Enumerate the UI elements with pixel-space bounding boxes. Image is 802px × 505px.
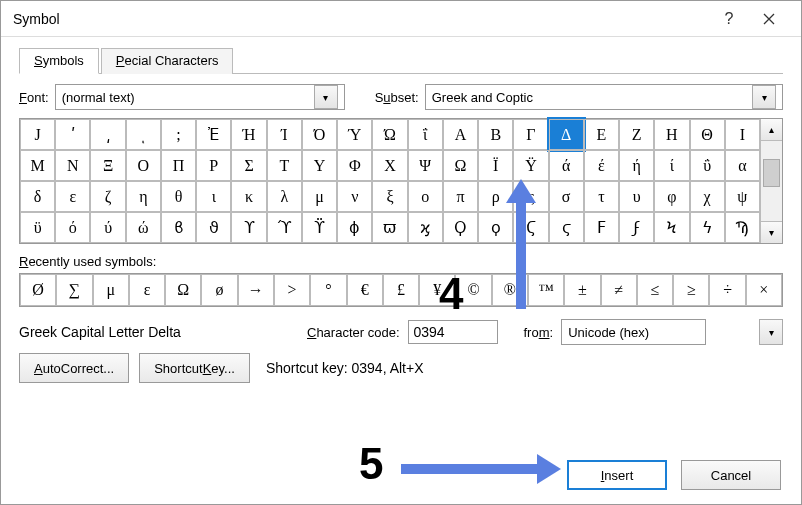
symbol-cell[interactable]: Π — [161, 150, 196, 181]
symbol-cell[interactable]: ͺ — [126, 119, 161, 150]
subset-select[interactable]: Greek and Coptic ▾ — [425, 84, 783, 110]
recent-symbol-cell[interactable]: ™ — [528, 274, 564, 306]
symbol-cell[interactable]: ϕ — [337, 212, 372, 243]
symbol-cell[interactable]: ε — [55, 181, 90, 212]
scroll-up-button[interactable]: ▴ — [761, 119, 782, 141]
symbol-cell[interactable]: έ — [584, 150, 619, 181]
recent-symbol-cell[interactable]: ° — [310, 274, 346, 306]
symbol-cell[interactable]: J — [20, 119, 55, 150]
symbol-cell[interactable]: Ϙ — [443, 212, 478, 243]
symbol-cell[interactable]: ϒ — [231, 212, 266, 243]
symbol-cell[interactable]: υ — [619, 181, 654, 212]
symbol-cell[interactable]: λ — [267, 181, 302, 212]
symbol-cell[interactable]: ψ — [725, 181, 760, 212]
symbol-cell[interactable]: φ — [654, 181, 689, 212]
subset-select-dropdown[interactable]: ▾ — [752, 85, 776, 109]
symbol-cell[interactable]: η — [126, 181, 161, 212]
symbol-cell[interactable]: μ — [302, 181, 337, 212]
recent-symbols-row[interactable]: Ø∑μεΩø→>°€£¥©®™±≠≤≥÷× — [19, 273, 783, 307]
symbol-cell[interactable]: Τ — [267, 150, 302, 181]
recent-symbol-cell[interactable]: ± — [564, 274, 600, 306]
symbol-cell[interactable]: Ώ — [372, 119, 407, 150]
symbol-cell[interactable]: Ή — [231, 119, 266, 150]
autocorrect-button[interactable]: AutoCorrect... — [19, 353, 129, 383]
symbol-cell[interactable]: ξ — [372, 181, 407, 212]
symbol-cell[interactable]: ϗ — [408, 212, 443, 243]
recent-symbol-cell[interactable]: ø — [201, 274, 237, 306]
cancel-button[interactable]: Cancel — [681, 460, 781, 490]
symbol-cell[interactable]: Χ — [372, 150, 407, 181]
recent-symbol-cell[interactable]: © — [455, 274, 491, 306]
symbol-cell[interactable]: Φ — [337, 150, 372, 181]
recent-symbol-cell[interactable]: Ø — [20, 274, 56, 306]
symbol-cell[interactable]: Ο — [126, 150, 161, 181]
symbol-cell[interactable]: Θ — [690, 119, 725, 150]
tab-symbols[interactable]: Symbols — [19, 48, 99, 74]
grid-scrollbar[interactable]: ▴ ▾ — [760, 119, 782, 243]
symbol-cell[interactable]: Ϟ — [654, 212, 689, 243]
symbol-cell[interactable]: Ρ — [196, 150, 231, 181]
from-select-dropdown[interactable]: ▾ — [759, 319, 783, 345]
recent-symbol-cell[interactable]: € — [347, 274, 383, 306]
symbol-cell[interactable]: Β — [478, 119, 513, 150]
symbol-cell[interactable]: ϑ — [196, 212, 231, 243]
insert-button[interactable]: Insert — [567, 460, 667, 490]
recent-symbol-cell[interactable]: > — [274, 274, 310, 306]
symbol-cell[interactable]: Η — [654, 119, 689, 150]
symbol-cell[interactable]: Ϝ — [584, 212, 619, 243]
symbol-cell[interactable]: Ύ — [337, 119, 372, 150]
scroll-thumb[interactable] — [763, 159, 780, 187]
symbol-cell[interactable]: Μ — [20, 150, 55, 181]
symbol-cell[interactable]: ά — [549, 150, 584, 181]
symbol-cell[interactable]: ͵ — [90, 119, 125, 150]
from-select[interactable]: Unicode (hex) — [561, 319, 706, 345]
symbol-cell[interactable]: ώ — [126, 212, 161, 243]
symbol-cell[interactable]: Ἐ — [196, 119, 231, 150]
symbol-cell[interactable]: Ω — [443, 150, 478, 181]
close-button[interactable] — [749, 5, 789, 33]
symbol-cell[interactable]: ΐ — [408, 119, 443, 150]
recent-symbol-cell[interactable]: × — [746, 274, 782, 306]
recent-symbol-cell[interactable]: ÷ — [709, 274, 745, 306]
symbol-cell[interactable]: σ — [549, 181, 584, 212]
symbol-cell[interactable]: ϐ — [161, 212, 196, 243]
tab-special-characters[interactable]: Pecial Characters — [101, 48, 234, 74]
symbol-cell[interactable]: δ — [20, 181, 55, 212]
symbol-cell[interactable]: Ϡ — [725, 212, 760, 243]
symbol-cell[interactable]: Ε — [584, 119, 619, 150]
symbol-cell[interactable]: Ξ — [90, 150, 125, 181]
symbol-cell[interactable]: ϙ — [478, 212, 513, 243]
symbol-cell[interactable]: ϔ — [302, 212, 337, 243]
recent-symbol-cell[interactable]: ε — [129, 274, 165, 306]
symbol-cell[interactable]: Α — [443, 119, 478, 150]
symbol-cell[interactable]: ϝ — [619, 212, 654, 243]
symbol-cell[interactable]: Σ — [231, 150, 266, 181]
recent-symbol-cell[interactable]: ≥ — [673, 274, 709, 306]
symbol-cell[interactable]: ϋ — [20, 212, 55, 243]
symbol-cell[interactable]: ϛ — [549, 212, 584, 243]
symbol-cell[interactable]: ; — [161, 119, 196, 150]
symbol-cell[interactable]: ς — [513, 181, 548, 212]
recent-symbol-cell[interactable]: → — [238, 274, 274, 306]
recent-symbol-cell[interactable]: £ — [383, 274, 419, 306]
recent-symbol-cell[interactable]: ® — [492, 274, 528, 306]
shortcut-key-button[interactable]: Shortcut Key... — [139, 353, 250, 383]
symbol-cell[interactable]: ο — [408, 181, 443, 212]
symbol-cell[interactable]: Δ — [549, 119, 584, 150]
symbol-cell[interactable]: χ — [690, 181, 725, 212]
symbol-cell[interactable]: ί — [654, 150, 689, 181]
symbol-cell[interactable]: ό — [55, 212, 90, 243]
symbol-cell[interactable]: Ψ — [408, 150, 443, 181]
recent-symbol-cell[interactable]: ≠ — [601, 274, 637, 306]
symbol-cell[interactable]: ϟ — [690, 212, 725, 243]
symbol-cell[interactable]: κ — [231, 181, 266, 212]
help-button[interactable]: ? — [709, 5, 749, 33]
symbol-cell[interactable]: ζ — [90, 181, 125, 212]
symbol-cell[interactable]: ϖ — [372, 212, 407, 243]
symbol-cell[interactable]: Ί — [267, 119, 302, 150]
symbol-cell[interactable]: Ι — [725, 119, 760, 150]
recent-symbol-cell[interactable]: ≤ — [637, 274, 673, 306]
symbol-cell[interactable]: Ζ — [619, 119, 654, 150]
symbol-cell[interactable]: α — [725, 150, 760, 181]
character-code-input[interactable]: 0394 — [408, 320, 498, 344]
